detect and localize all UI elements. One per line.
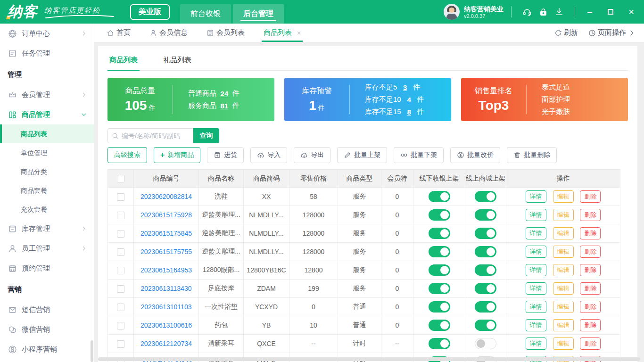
sidebar-item-员工管理[interactable]: 员工管理 [0, 239, 94, 258]
edit-button[interactable]: 编辑 [553, 282, 574, 295]
tab-会员信息[interactable]: 会员信息 [149, 24, 188, 42]
horizontal-scrollbar[interactable] [98, 357, 640, 361]
edition-badge[interactable]: 美业版 [130, 4, 170, 20]
online-shelf-toggle[interactable] [475, 283, 496, 294]
sidebar-subitem-商品列表[interactable]: 商品列表 [0, 124, 94, 143]
row-checkbox[interactable] [117, 322, 124, 329]
delete-button[interactable]: 删除 [580, 246, 601, 258]
product-code-link[interactable]: 20230620082814 [134, 188, 199, 206]
sidebar-subitem-充次套餐[interactable]: 充次套餐 [0, 200, 94, 219]
download-icon[interactable] [551, 4, 567, 20]
delete-button[interactable]: 删除 [580, 264, 601, 276]
minimize-button[interactable]: – [586, 8, 594, 16]
detail-button[interactable]: 详情 [526, 209, 546, 221]
product-code-link[interactable]: 20230613101103 [134, 298, 199, 316]
offline-shelf-toggle[interactable] [429, 191, 450, 202]
detail-button[interactable]: 详情 [526, 337, 546, 350]
sidebar-item-任务管理[interactable]: 任务管理 [0, 43, 94, 63]
sidebar-item-预约管理[interactable]: 预约管理 [0, 258, 94, 278]
delete-button[interactable]: 删除 [580, 301, 601, 313]
进货-button[interactable]: 进货 [207, 147, 244, 163]
刷新-action[interactable]: 刷新 [554, 28, 578, 37]
edit-button[interactable]: 编辑 [553, 190, 574, 203]
row-checkbox[interactable] [117, 212, 124, 219]
query-button[interactable]: 查询 [193, 128, 219, 143]
detail-button[interactable]: 详情 [526, 319, 546, 331]
detail-button[interactable]: 详情 [526, 264, 546, 276]
edit-button[interactable]: 编辑 [553, 246, 574, 258]
row-checkbox[interactable] [117, 304, 124, 311]
批量改价-button[interactable]: 批量改价 [450, 147, 500, 163]
批量下架-button[interactable]: 批量下架 [394, 147, 444, 163]
online-shelf-toggle[interactable] [475, 191, 496, 202]
online-shelf-toggle[interactable] [475, 301, 496, 313]
delete-button[interactable]: 删除 [580, 337, 601, 350]
delete-button[interactable]: 删除 [580, 319, 601, 331]
online-shelf-toggle[interactable] [475, 320, 496, 331]
批量删除-button[interactable]: 批量删除 [507, 147, 557, 163]
新增商品-button[interactable]: + 新增商品 [154, 147, 200, 163]
detail-button[interactable]: 详情 [526, 301, 546, 313]
sidebar-item-微信营销[interactable]: 微信营销 [0, 320, 94, 339]
edit-button[interactable]: 编辑 [553, 264, 574, 276]
maximize-button[interactable] [606, 8, 615, 16]
sidebar-subitem-商品套餐[interactable]: 商品套餐 [0, 181, 94, 200]
product-code-link[interactable]: 20230615164953 [134, 261, 199, 280]
sidebar-scrollbar[interactable] [91, 340, 93, 362]
delete-button[interactable]: 删除 [580, 209, 601, 221]
product-code-link[interactable]: 20230612120734 [134, 335, 199, 353]
sidebar-item-小程序营销[interactable]: 小程序营销 [0, 339, 94, 359]
offline-shelf-toggle[interactable] [429, 338, 450, 349]
offline-shelf-toggle[interactable] [429, 209, 450, 221]
sidebar-item-订单中心[interactable]: 订单中心 [0, 24, 94, 43]
sidebar-item-商品管理[interactable]: 商品管理 [0, 105, 94, 124]
offline-shelf-toggle[interactable] [429, 301, 450, 313]
online-shelf-toggle[interactable] [475, 228, 496, 239]
product-code-link[interactable]: 20230613100616 [134, 316, 199, 335]
delete-button[interactable]: 删除 [580, 227, 601, 239]
online-shelf-toggle[interactable] [475, 264, 496, 276]
customer-service-icon[interactable] [519, 4, 535, 20]
panel-tab-礼品列表[interactable]: 礼品列表 [161, 51, 193, 70]
row-checkbox[interactable] [117, 267, 124, 274]
sidebar-item-会员管理[interactable]: 会员管理 [0, 85, 94, 105]
panel-tab-商品列表[interactable]: 商品列表 [107, 51, 140, 70]
edit-button[interactable]: 编辑 [553, 301, 574, 313]
online-shelf-toggle[interactable] [475, 246, 496, 257]
offline-shelf-toggle[interactable] [429, 283, 450, 294]
批量上架-button[interactable]: 批量上架 [337, 147, 387, 163]
close-tab-icon[interactable]: × [297, 29, 301, 37]
导出-button[interactable]: 导出 [294, 147, 330, 163]
tab-商品列表[interactable]: 商品列表 × [264, 24, 301, 42]
delete-button[interactable]: 删除 [580, 282, 601, 295]
导入-button[interactable]: 导入 [250, 147, 287, 163]
edit-button[interactable]: 编辑 [553, 209, 574, 221]
sidebar-subitem-单位管理[interactable]: 单位管理 [0, 143, 94, 162]
row-checkbox[interactable] [117, 193, 124, 201]
tab-会员列表[interactable]: 会员列表 [206, 24, 245, 42]
select-all-checkbox[interactable] [117, 175, 124, 182]
online-shelf-toggle[interactable] [475, 209, 496, 221]
sidebar-item-营销中心[interactable]: 营销中心 [0, 359, 94, 362]
sidebar-item-短信营销[interactable]: 短信营销 [0, 300, 94, 320]
row-checkbox[interactable] [117, 248, 124, 256]
row-checkbox[interactable] [117, 340, 124, 348]
mode-tab-后台管理[interactable]: 后台管理 [233, 4, 284, 24]
detail-button[interactable]: 详情 [526, 246, 546, 258]
detail-button[interactable]: 详情 [526, 282, 546, 295]
row-checkbox[interactable] [117, 285, 124, 293]
detail-button[interactable]: 详情 [526, 227, 546, 239]
delete-button[interactable]: 删除 [580, 190, 601, 203]
offline-shelf-toggle[interactable] [429, 246, 450, 257]
sidebar-subitem-商品分类[interactable]: 商品分类 [0, 162, 94, 181]
product-code-link[interactable]: 20230613113430 [134, 280, 199, 298]
product-code-link[interactable]: 20230615175845 [134, 224, 199, 243]
offline-shelf-toggle[interactable] [429, 264, 450, 276]
offline-shelf-toggle[interactable] [429, 228, 450, 239]
高级搜索-button[interactable]: 高级搜索 [107, 147, 147, 163]
页面操作-action[interactable]: 页面操作 [588, 28, 636, 37]
detail-button[interactable]: 详情 [526, 190, 546, 203]
online-shelf-toggle[interactable] [475, 338, 496, 349]
product-code-link[interactable]: 20230615175755 [134, 243, 199, 261]
search-input[interactable] [122, 132, 189, 140]
